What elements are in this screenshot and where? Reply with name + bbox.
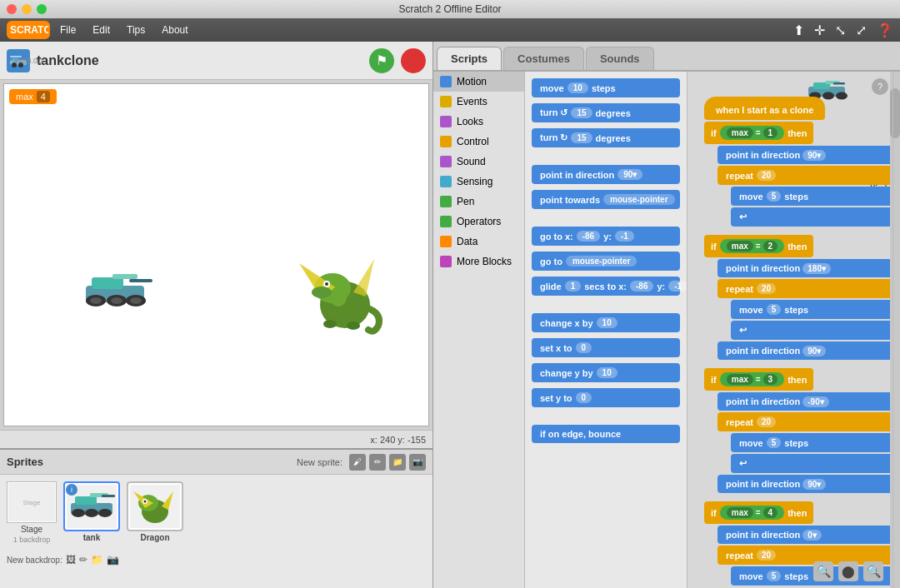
menu-file[interactable]: File <box>53 22 82 37</box>
category-sensing[interactable]: Sensing <box>433 172 524 192</box>
block-goto[interactable]: go to mouse-pointer <box>532 252 680 271</box>
backdrop-paint-icon[interactable]: 🖼 <box>66 554 76 566</box>
tank-sprite-label: tank <box>83 533 101 542</box>
block-point-dir-0[interactable]: point in direction 0▾ <box>718 526 900 544</box>
block-move[interactable]: move 10 steps <box>532 78 680 97</box>
block-turn-arrow-2[interactable]: ↩ <box>731 321 900 340</box>
block-when-clone[interactable]: when I start as a clone <box>704 97 825 120</box>
svg-point-35 <box>98 509 112 517</box>
block-repeat-20-2[interactable]: repeat 20 <box>718 279 900 298</box>
backdrop-camera-icon[interactable]: 📷 <box>107 554 119 566</box>
svg-text:SCRATCH: SCRATCH <box>10 24 48 36</box>
block-point-dir-90-3[interactable]: point in direction 90▾ <box>718 475 900 493</box>
repeat2-body: move 5 steps ↩ <box>731 300 900 340</box>
help-icon[interactable]: ❓ <box>877 22 893 38</box>
sep-c <box>704 493 900 501</box>
menu-edit[interactable]: Edit <box>86 22 117 37</box>
block-move-5-1[interactable]: move 5 steps <box>731 187 900 206</box>
maximize-button[interactable] <box>37 4 47 14</box>
block-set-y[interactable]: set y to 0 <box>532 388 680 407</box>
block-if-on-edge[interactable]: if on edge, bounce <box>532 425 680 443</box>
minimize-button[interactable] <box>22 4 32 14</box>
tank-sprite-thumbnail[interactable]: i tank <box>63 481 120 542</box>
block-turn-arrow-3[interactable]: ↩ <box>731 454 900 473</box>
stop-button[interactable] <box>401 48 426 73</box>
tab-scripts[interactable]: Scripts <box>437 47 502 70</box>
folder-sprite-button[interactable]: 📁 <box>389 454 406 471</box>
scripts-scrollbar[interactable] <box>890 72 900 588</box>
category-more-blocks[interactable]: More Blocks <box>433 252 524 272</box>
category-data[interactable]: Data <box>433 232 524 252</box>
block-turn-left[interactable]: turn ↺ 15 degrees <box>532 103 680 122</box>
block-glide[interactable]: glide 1 secs to x: -86 y: -1 <box>532 277 680 296</box>
block-turn-arrow-1[interactable]: ↩ <box>731 207 900 227</box>
shrink-icon[interactable]: ⤢ <box>856 22 867 38</box>
block-change-y[interactable]: change y by 10 <box>532 363 680 382</box>
svg-point-34 <box>85 509 98 517</box>
category-sound[interactable]: Sound <box>433 152 524 172</box>
scrollbar-thumb[interactable] <box>890 88 900 138</box>
max4-condition: max = 4 <box>720 506 784 520</box>
block-if-max1[interactable]: if max = 1 then <box>704 122 813 144</box>
close-button[interactable] <box>7 4 17 14</box>
category-motion[interactable]: Motion <box>433 72 524 92</box>
edit-sprite-button[interactable]: ✏ <box>369 454 386 471</box>
block-turn-right[interactable]: turn ↻ 15 degrees <box>532 128 680 147</box>
scripts-canvas[interactable]: ? x: -86 y: -1 <box>688 72 900 588</box>
category-looks[interactable]: Looks <box>433 112 524 132</box>
block-goto-xy[interactable]: go to x: -86 y: -1 <box>532 227 680 246</box>
block-point-direction[interactable]: point in direction 90▾ <box>532 165 680 184</box>
block-move-5-3[interactable]: move 5 steps <box>731 433 900 452</box>
help-button[interactable]: ? <box>872 78 888 95</box>
menu-about[interactable]: About <box>155 22 194 37</box>
block-if-max3[interactable]: if max = 3 then <box>704 368 813 391</box>
block-repeat-20-3[interactable]: repeat 20 <box>718 412 900 431</box>
zoom-out-button[interactable]: 🔍 <box>813 561 833 581</box>
block-set-x[interactable]: set x to 0 <box>532 338 680 357</box>
block-change-x[interactable]: change x by 10 <box>532 313 680 332</box>
block-point-dir-neg90[interactable]: point in direction -90▾ <box>718 392 900 411</box>
tabs-bar: Scripts Costumes Sounds <box>433 42 900 72</box>
block-point-dir-90[interactable]: point in direction 90▾ <box>718 146 900 164</box>
category-operators[interactable]: Operators <box>433 212 524 232</box>
green-flag-button[interactable]: ⚑ <box>369 48 394 73</box>
dragon-sprite[interactable] <box>295 242 395 342</box>
tank-sprite[interactable] <box>79 267 158 317</box>
left-panel: tankclone ⚑ v458.0.1 max 4 <box>0 42 433 588</box>
if2-body: point in direction 180▾ repeat 20 move 5… <box>718 259 900 360</box>
tank-thumb-image: i <box>63 481 120 531</box>
more-blocks-label: More Blocks <box>457 256 512 267</box>
block-repeat-20-1[interactable]: repeat 20 <box>718 166 900 185</box>
svg-rect-7 <box>92 277 123 289</box>
block-point-towards[interactable]: point towards mouse-pointer <box>532 190 680 209</box>
zoom-in-button[interactable]: 🔍 <box>863 561 883 581</box>
block-point-dir-90-2[interactable]: point in direction 90▾ <box>718 341 900 360</box>
cursor-icon[interactable]: ✛ <box>814 22 825 38</box>
change-y-value: 10 <box>597 367 618 378</box>
backdrop-folder-icon[interactable]: 📁 <box>91 554 103 566</box>
block-point-dir-180[interactable]: point in direction 180▾ <box>718 259 900 277</box>
dragon-sprite-thumbnail[interactable]: Dragon <box>127 481 183 542</box>
fullscreen-icon[interactable]: ⤡ <box>835 22 846 38</box>
category-pen[interactable]: Pen <box>433 192 524 212</box>
menu-tips[interactable]: Tips <box>120 22 152 37</box>
block-if-max4[interactable]: if max = 4 then <box>704 501 813 524</box>
backdrop-edit-icon[interactable]: ✏ <box>79 554 88 566</box>
stage-thumbnail[interactable]: Stage Stage 1 backdrop <box>7 481 57 544</box>
info-badge[interactable]: i <box>66 484 78 496</box>
turn-right-value: 15 <box>571 132 592 143</box>
upload-icon[interactable]: ⬆ <box>793 22 804 38</box>
tab-costumes[interactable]: Costumes <box>503 47 584 70</box>
category-control[interactable]: Control <box>433 132 524 152</box>
tab-sounds[interactable]: Sounds <box>586 47 654 70</box>
svg-point-33 <box>72 509 85 517</box>
events-label: Events <box>457 96 488 107</box>
zoom-reset-button[interactable]: ⬤ <box>838 561 858 581</box>
block-move-5-2[interactable]: move 5 steps <box>731 300 900 319</box>
category-events[interactable]: Events <box>433 92 524 112</box>
camera-sprite-button[interactable]: 📷 <box>409 454 426 471</box>
backdrop-tools: New backdrop: 🖼 ✏ 📁 📷 <box>0 551 432 569</box>
block-if-max2[interactable]: if max = 2 then <box>704 235 813 257</box>
paint-sprite-button[interactable]: 🖌 <box>349 454 366 471</box>
coords-bar: x: 240 y: -155 <box>0 430 432 448</box>
